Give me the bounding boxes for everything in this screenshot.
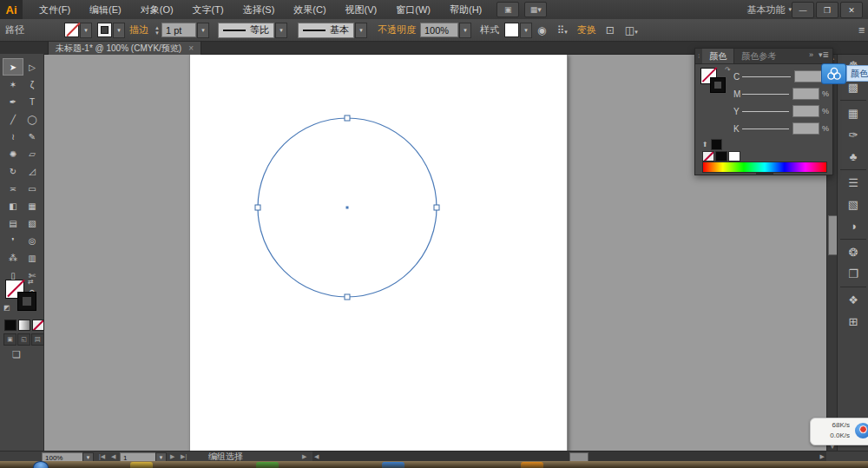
isolate-selection-icon[interactable]: ◫▾ [625, 24, 638, 36]
stroke-panel-link[interactable]: 描边 [129, 23, 148, 36]
black-swatch[interactable] [715, 151, 727, 161]
white-swatch[interactable] [728, 151, 740, 161]
brush-definition-select[interactable]: 基本 [298, 23, 354, 38]
swap-fill-stroke-icon[interactable]: ⇄ [28, 278, 34, 286]
profile-dropdown-icon[interactable]: ▾ [275, 23, 287, 38]
gradient-icon[interactable]: ▧ [838, 194, 868, 215]
gradient-button[interactable] [18, 320, 30, 331]
opacity-link[interactable]: 不透明度 [378, 23, 416, 36]
menu-item-window[interactable]: 窗口(W) [386, 0, 440, 19]
opacity-dropdown-icon[interactable]: ▾ [459, 23, 471, 38]
default-fill-stroke-icon[interactable]: ◩ [3, 304, 10, 312]
restore-button[interactable]: ❐ [816, 2, 838, 18]
start-button[interactable] [33, 461, 49, 468]
collapse-control-panel-icon[interactable]: ≣ [858, 25, 865, 35]
draw-behind-icon[interactable]: ◱ [17, 333, 30, 346]
brushes-icon[interactable]: ✑ [838, 124, 868, 146]
fill-swatch[interactable] [64, 23, 79, 37]
width-profile-select[interactable]: 等比 [218, 23, 274, 38]
scale-tool[interactable]: ◿ [22, 162, 43, 180]
magic-wand-tool[interactable]: ✶ [3, 76, 23, 93]
anchor-right[interactable] [434, 205, 439, 210]
slider-track-c[interactable] [742, 76, 791, 77]
anchor-left[interactable] [255, 205, 260, 210]
screen-mode-icon[interactable]: ❏ [12, 349, 21, 360]
style-dropdown-icon[interactable]: ▾ [520, 23, 532, 38]
type-tool[interactable]: T [22, 93, 43, 110]
last-artboard-icon[interactable]: ▶| [181, 453, 187, 460]
tab-color[interactable]: 颜色 [702, 49, 734, 63]
panel-stroke-well[interactable] [710, 77, 726, 93]
free-transform-tool[interactable]: ▭ [22, 180, 43, 197]
align-icon[interactable]: ⠿▾ [556, 24, 567, 36]
stroke-dropdown-icon[interactable]: ▾ [113, 23, 125, 38]
blob-brush-tool[interactable]: ✺ [3, 145, 23, 162]
stroke-icon[interactable]: ☰ [838, 172, 868, 194]
slider-track-y[interactable] [742, 111, 789, 112]
tab-color-guide[interactable]: 颜色参考 [734, 49, 783, 63]
first-artboard-icon[interactable]: |◀ [99, 453, 105, 460]
slider-track-m[interactable] [742, 94, 789, 95]
menu-item-effect[interactable]: 效果(C) [284, 0, 335, 19]
pencil-tool[interactable]: ✎ [22, 128, 43, 145]
close-button[interactable]: ✕ [840, 2, 863, 18]
slider-value-m[interactable] [792, 88, 819, 100]
menu-item-view[interactable]: 视图(V) [336, 0, 387, 19]
menu-item-type[interactable]: 文字(T) [183, 0, 233, 19]
taskbar-app-4[interactable] [521, 462, 543, 468]
none-button[interactable] [32, 320, 44, 331]
paintbrush-tool[interactable]: ≀ [3, 128, 23, 145]
menu-item-file[interactable]: 文件(F) [30, 0, 80, 19]
menu-item-edit[interactable]: 编辑(E) [80, 0, 131, 19]
center-point[interactable] [346, 207, 349, 209]
transparency-icon[interactable]: ◑ [838, 215, 868, 237]
next-artboard-icon[interactable]: ▶ [170, 453, 174, 460]
menu-item-select[interactable]: 选择(S) [233, 0, 285, 19]
gradient-tool[interactable]: ▧ [22, 214, 43, 232]
slider-track-k[interactable] [742, 129, 789, 129]
menu-item-object[interactable]: 对象(O) [131, 0, 183, 19]
taskbar-app-3[interactable] [382, 462, 404, 468]
bounding-box-icon[interactable]: ⊡ [606, 24, 615, 36]
collapse-panel-icon[interactable]: » [809, 50, 813, 59]
graphic-styles-icon[interactable]: ❐ [838, 263, 868, 285]
recolor-artwork-icon[interactable]: ◉ [537, 24, 546, 36]
artboards-icon[interactable]: ⊞ [838, 311, 868, 333]
layers-icon[interactable]: ❖ [838, 289, 868, 311]
stroke-weight-value[interactable]: 1 pt [161, 23, 196, 37]
draw-normal-icon[interactable]: ▣ [3, 333, 16, 346]
stroke-weight-dropdown-icon[interactable]: ▾ [197, 23, 209, 38]
menu-item-help[interactable]: 帮助(H) [440, 0, 491, 19]
bridge-icon[interactable]: ▣ [496, 2, 519, 17]
taskbar-app-1[interactable] [130, 462, 153, 468]
taskbar-app-2[interactable] [256, 462, 279, 468]
stroke-black-swatch[interactable] [711, 139, 722, 150]
slider-value-y[interactable] [792, 105, 819, 117]
status-expand-icon[interactable]: ▶ [302, 453, 306, 460]
anchor-bottom[interactable] [345, 294, 350, 300]
minimize-button[interactable]: — [792, 2, 814, 18]
brush-dropdown-icon[interactable]: ▾ [355, 23, 367, 38]
color-button[interactable] [4, 320, 16, 331]
panel-menu-icon[interactable]: ▾≣ [819, 50, 829, 59]
draw-inside-icon[interactable]: 回 [31, 333, 44, 346]
panel-fill-stroke-indicator[interactable]: ↷ [700, 68, 730, 97]
transform-link[interactable]: 变换 [577, 23, 596, 36]
slider-value-c[interactable] [794, 70, 822, 82]
appearance-icon[interactable]: ❂ [838, 241, 868, 263]
close-tab-icon[interactable]: × [188, 43, 194, 53]
line-segment-tool[interactable]: ╱ [3, 110, 23, 128]
none-swatch[interactable] [702, 151, 714, 161]
stroke-color-well[interactable] [17, 292, 36, 311]
panel-grip-icon[interactable]: ⁞ [695, 52, 702, 60]
workspace-switcher[interactable]: 基本功能 ▾ [746, 0, 792, 19]
width-tool[interactable]: ≍ [3, 180, 23, 197]
fill-stroke-indicator[interactable]: ⇄ ◩ [3, 278, 40, 314]
lasso-tool[interactable]: ζ [22, 76, 43, 93]
opacity-value[interactable]: 100% [420, 23, 458, 37]
document-tab[interactable]: 未标题-1* @ 100% (CMYK/预览) × [48, 41, 201, 55]
network-speed-overlay[interactable]: 68K/s 0.0K/s ⇅ [810, 418, 868, 445]
style-swatch[interactable] [504, 23, 519, 37]
fill-dropdown-icon[interactable]: ▾ [80, 23, 92, 38]
ellipse-tool[interactable]: ◯ [22, 110, 43, 128]
